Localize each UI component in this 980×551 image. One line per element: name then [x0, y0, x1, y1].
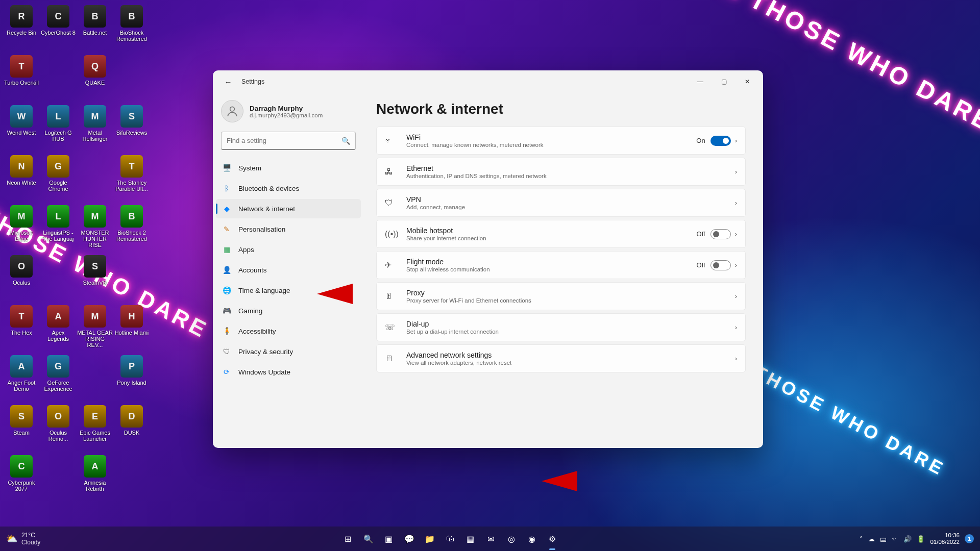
desktop-icon[interactable]: AAmnesia Rebirth — [77, 453, 113, 503]
sidebar-item-windows-update[interactable]: ⟳Windows Update — [216, 362, 361, 382]
desktop-icon[interactable]: OOculus — [3, 253, 40, 303]
desktop-icon[interactable]: SSteamVR — [77, 253, 113, 303]
desktop-icon[interactable]: CCyberGhost 8 — [40, 3, 77, 53]
desktop-icon[interactable]: EEpic Games Launcher — [77, 403, 113, 453]
taskbar-chat-button[interactable]: 💬 — [401, 531, 418, 547]
app-icon: E — [84, 405, 106, 428]
desktop-icon[interactable]: TTurbo Overkill — [3, 53, 40, 103]
desktop-icon-label: Logitech G HUB — [40, 130, 76, 142]
taskbar-steam-button[interactable]: ◉ — [524, 531, 540, 547]
tray-icon[interactable]: ˄ — [860, 535, 863, 543]
desktop-icon[interactable]: DDUSK — [113, 403, 150, 453]
sidebar-item-accessibility[interactable]: 🧍Accessibility — [216, 321, 361, 341]
setting-card-mobile-hotspot[interactable]: ((•))Mobile hotspotShare your internet c… — [376, 220, 746, 248]
search-input[interactable] — [227, 137, 341, 144]
sidebar-item-privacy-security[interactable]: 🛡Privacy & security — [216, 342, 361, 361]
taskbar-clipchamp-button[interactable]: ▦ — [462, 531, 479, 547]
settings-search[interactable]: 🔍 — [221, 132, 356, 150]
taskbar-store-button[interactable]: 🛍 — [442, 531, 458, 547]
taskbar-weather[interactable]: ⛅ 21°C Cloudy — [6, 532, 40, 546]
sidebar-item-apps[interactable]: ▦Apps — [216, 240, 361, 259]
desktop-icon[interactable]: CCyberpunk 2077 — [3, 453, 40, 503]
desktop-icon[interactable]: BBattle.net — [77, 3, 113, 53]
desktop-icon[interactable]: SSifuReviews — [113, 103, 150, 153]
app-icon: A — [84, 455, 106, 478]
desktop-icon-label: Metal Hellsinger — [77, 130, 113, 142]
desktop-icon[interactable]: BBioShock Remastered — [113, 3, 150, 53]
setting-card-flight-mode[interactable]: ✈Flight modeStop all wireless communicat… — [376, 251, 746, 279]
desktop-icon-label: Epic Games Launcher — [77, 430, 113, 442]
desktop-icon[interactable]: PPony Island — [113, 353, 150, 403]
desktop-icon[interactable]: QQUAKE — [77, 53, 113, 103]
sidebar-item-time-language[interactable]: 🌐Time & language — [216, 281, 361, 300]
close-button[interactable]: ✕ — [736, 73, 759, 90]
desktop-icon[interactable]: SSteam — [3, 403, 40, 453]
account-header[interactable]: Darragh Murphy d.j.murphy2493@gmail.com — [216, 98, 361, 130]
desktop-icon[interactable]: NNeon White — [3, 153, 40, 203]
setting-card-dial-up[interactable]: ☏Dial-upSet up a dial-up internet connec… — [376, 313, 746, 341]
desktop-icon[interactable]: BBioShock 2 Remastered — [113, 203, 150, 253]
setting-card-ethernet[interactable]: 🖧EthernetAuthentication, IP and DNS sett… — [376, 158, 746, 186]
tray-icon[interactable]: ☁ — [868, 535, 875, 543]
setting-card-wifi[interactable]: ᯤWiFiConnect, manage known networks, met… — [376, 127, 746, 155]
card-title: Advanced network settings — [406, 351, 731, 359]
desktop-icon[interactable]: AApex Legends — [40, 303, 77, 353]
taskbar-search-button[interactable]: 🔍 — [360, 531, 377, 547]
taskbar-explorer-button[interactable]: 📁 — [422, 531, 438, 547]
card-title: Ethernet — [406, 164, 731, 172]
sidebar-item-accounts[interactable]: 👤Accounts — [216, 260, 361, 280]
notification-badge[interactable]: 1 — [965, 534, 974, 543]
taskbar-taskview-button[interactable]: ▣ — [381, 531, 397, 547]
taskbar-start-button[interactable]: ⊞ — [340, 531, 356, 547]
desktop-icon-label: Microsoft Edge — [4, 230, 39, 242]
tray-icon[interactable]: 🔊 — [903, 535, 912, 543]
desktop-icon[interactable]: MMicrosoft Edge — [3, 203, 40, 253]
card-icon: ((•)) — [385, 230, 397, 239]
nav-label: Gaming — [238, 307, 262, 315]
system-tray[interactable]: ˄☁🖴ᯤ🔊🔋 — [860, 535, 925, 543]
setting-card-advanced-network-settings[interactable]: 🖥Advanced network settingsView all netwo… — [376, 344, 746, 372]
setting-card-proxy[interactable]: 🎚ProxyProxy server for Wi-Fi and Etherne… — [376, 282, 746, 310]
toggle-switch[interactable] — [710, 136, 731, 146]
desktop-icon[interactable]: WWeird West — [3, 103, 40, 153]
sidebar-item-gaming[interactable]: 🎮Gaming — [216, 301, 361, 320]
sidebar-item-network-internet[interactable]: ◆Network & internet — [216, 199, 361, 218]
desktop-icon[interactable]: GGeForce Experience — [40, 353, 77, 403]
setting-card-vpn[interactable]: 🛡VPNAdd, connect, manage› — [376, 189, 746, 217]
desktop-icon[interactable]: RRecycle Bin — [3, 3, 40, 53]
desktop-icon[interactable]: MMONSTER HUNTER RISE — [77, 203, 113, 253]
desktop-icon-label: Apex Legends — [40, 330, 76, 342]
desktop-icon[interactable]: LLinguistPS - The Languaj — [40, 203, 77, 253]
taskbar-settings-button[interactable]: ⚙ — [544, 531, 560, 547]
maximize-button[interactable]: ▢ — [712, 73, 736, 90]
tray-icon[interactable]: 🖴 — [880, 535, 887, 543]
desktop-icon[interactable]: TThe Hex — [3, 303, 40, 353]
sidebar-item-system[interactable]: 🖥️System — [216, 158, 361, 178]
desktop-icon[interactable]: HHotline Miami — [113, 303, 150, 353]
desktop-icons-grid: RRecycle BinTTurbo OverkillWWeird WestNN… — [3, 3, 150, 523]
app-icon: S — [84, 255, 106, 278]
desktop-icon[interactable]: MMETAL GEAR RISING REV... — [77, 303, 113, 353]
nav-icon: ⟳ — [222, 368, 231, 376]
desktop-icon[interactable]: TThe Stanley Parable Ult... — [113, 153, 150, 203]
app-icon: M — [84, 205, 106, 228]
desktop-icon[interactable]: LLogitech G HUB — [40, 103, 77, 153]
toggle-switch[interactable] — [710, 229, 731, 239]
minimize-button[interactable]: — — [689, 73, 712, 90]
taskbar-chrome-button[interactable]: ◎ — [503, 531, 520, 547]
back-button[interactable]: ← — [221, 74, 235, 89]
app-icon: D — [120, 405, 143, 428]
sidebar-item-bluetooth-devices[interactable]: ᛒBluetooth & devices — [216, 179, 361, 198]
tray-icon[interactable]: ᯤ — [892, 535, 898, 543]
toggle-switch[interactable] — [710, 260, 731, 270]
desktop-icon[interactable]: MMetal Hellsinger — [77, 103, 113, 153]
tray-icon[interactable]: 🔋 — [917, 535, 925, 543]
desktop-icon[interactable]: AAnger Foot Demo — [3, 353, 40, 403]
sidebar-item-personalisation[interactable]: ✎Personalisation — [216, 219, 361, 239]
window-title: Settings — [241, 78, 264, 85]
desktop-icon[interactable]: GGoogle Chrome — [40, 153, 77, 203]
taskbar-mail-button[interactable]: ✉ — [483, 531, 499, 547]
desktop-icon[interactable]: OOculus Remo... — [40, 403, 77, 453]
taskbar-clock[interactable]: 10:36 01/08/2022 — [930, 532, 960, 545]
card-title: Flight mode — [406, 258, 697, 266]
